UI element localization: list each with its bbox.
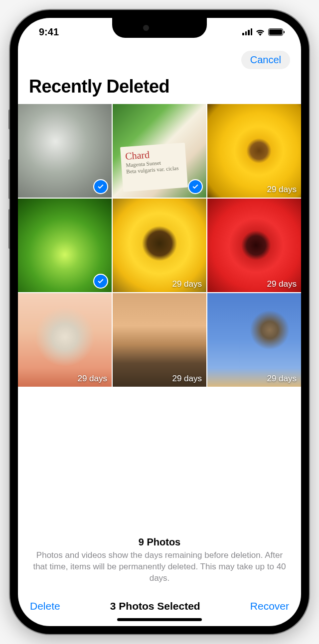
photo-item-6[interactable]: 29 days xyxy=(18,293,112,387)
photo-thumbnail xyxy=(207,199,301,292)
days-remaining-label: 29 days xyxy=(267,185,297,195)
deletion-description: Photos and videos show the days remainin… xyxy=(30,550,289,584)
home-indicator[interactable] xyxy=(117,618,202,621)
phone-frame: 9:41 Cancel Recently Deleted xyxy=(10,10,309,634)
wifi-icon xyxy=(255,28,265,36)
selected-check-icon xyxy=(93,179,108,194)
photo-thumbnail xyxy=(113,199,206,292)
photo-item-8[interactable]: 29 days xyxy=(207,293,301,387)
selected-check-icon xyxy=(188,179,203,194)
photo-thumbnail xyxy=(18,293,112,387)
photo-thumbnail xyxy=(207,104,301,198)
photo-thumbnail xyxy=(207,293,301,387)
days-remaining-label: 29 days xyxy=(172,374,202,384)
status-time: 9:41 xyxy=(39,26,59,38)
delete-button[interactable]: Delete xyxy=(30,600,60,612)
screen: 9:41 Cancel Recently Deleted xyxy=(18,18,301,626)
bottom-toolbar: Delete 3 Photos Selected Recover xyxy=(18,592,301,618)
photo-item-2[interactable]: 29 days xyxy=(207,104,301,198)
photo-item-3[interactable] xyxy=(18,199,112,292)
cancel-button[interactable]: Cancel xyxy=(241,51,290,69)
photo-item-1[interactable]: Chard Magenta Sunset Beta vulgaris var. … xyxy=(113,104,206,198)
days-remaining-label: 29 days xyxy=(267,279,297,289)
photo-grid: Chard Magenta Sunset Beta vulgaris var. … xyxy=(18,104,301,387)
photo-item-5[interactable]: 29 days xyxy=(207,199,301,292)
days-remaining-label: 29 days xyxy=(172,279,202,289)
photo-count-label: 9 Photos xyxy=(30,537,289,548)
photo-item-0[interactable] xyxy=(18,104,112,198)
photo-thumbnail xyxy=(113,293,206,387)
summary-block: 9 Photos Photos and videos show the days… xyxy=(18,537,301,592)
photo-item-4[interactable]: 29 days xyxy=(113,199,206,292)
days-remaining-label: 29 days xyxy=(267,374,297,384)
selected-check-icon xyxy=(93,274,108,289)
cellular-icon xyxy=(242,28,252,35)
nav-bar: Cancel xyxy=(18,46,301,76)
notch xyxy=(112,18,207,38)
battery-icon xyxy=(268,28,283,36)
spacer xyxy=(18,387,301,537)
recover-button[interactable]: Recover xyxy=(250,600,289,612)
chard-card-text: Chard Magenta Sunset Beta vulgaris var. … xyxy=(125,147,178,175)
photo-item-7[interactable]: 29 days xyxy=(113,293,206,387)
days-remaining-label: 29 days xyxy=(77,374,107,384)
selection-count-label: 3 Photos Selected xyxy=(110,600,200,612)
page-title: Recently Deleted xyxy=(18,76,301,104)
status-right xyxy=(242,28,283,36)
